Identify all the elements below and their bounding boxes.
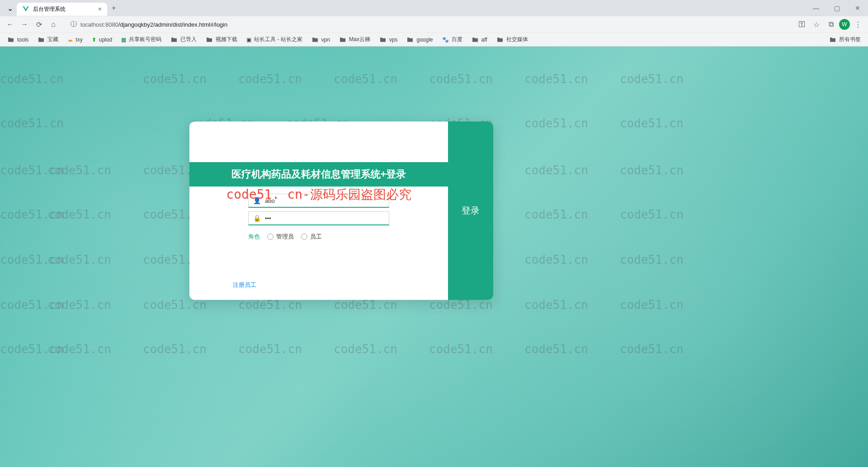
- login-button[interactable]: 登录: [457, 200, 484, 221]
- bookmark-seo-tools[interactable]: ▣站长工具 - 站长之家: [243, 34, 306, 45]
- folder-icon: [38, 36, 45, 43]
- nav-bar: ← → ⟳ ⌂ ⓘ localhost:8080/djangoqkby2/adm…: [0, 16, 868, 33]
- profile-avatar[interactable]: W: [839, 19, 850, 30]
- baidu-icon: 🐾: [442, 37, 449, 43]
- bookmark-vps[interactable]: vps: [376, 34, 401, 45]
- folder-icon: [829, 36, 836, 43]
- folder-icon: [206, 36, 213, 43]
- login-title: 医疗机构药品及耗材信息管理系统+登录: [189, 162, 448, 187]
- doc-icon: ▦: [121, 37, 126, 43]
- all-bookmarks[interactable]: 所有书签: [826, 34, 864, 45]
- vue-favicon-icon: [22, 5, 29, 13]
- bookmark-google[interactable]: google: [403, 34, 436, 45]
- login-button-panel: 登录: [448, 121, 493, 300]
- upload-icon: ⬆: [92, 37, 96, 43]
- menu-icon[interactable]: ⋮: [852, 18, 864, 31]
- minimize-button[interactable]: —: [806, 0, 826, 16]
- role-row: 角色 管理员 员工: [248, 233, 389, 241]
- folder-icon: [311, 36, 319, 43]
- site-info-icon[interactable]: ⓘ: [71, 20, 77, 28]
- role-staff-radio[interactable]: 员工: [301, 233, 322, 241]
- register-link[interactable]: 注册员工: [233, 281, 256, 289]
- browser-chrome: ⌄ 后台管理系统 × + — ▢ ✕ ← → ⟳ ⌂ ⓘ localhost:8…: [0, 0, 868, 47]
- cloud-icon: ☁: [67, 37, 73, 43]
- role-admin-radio[interactable]: 管理员: [267, 233, 294, 241]
- extensions-icon[interactable]: ⧉: [825, 18, 837, 31]
- window-controls: — ▢ ✕: [806, 0, 868, 16]
- bookmark-baidu[interactable]: 🐾百度: [439, 34, 466, 45]
- folder-icon: [339, 36, 346, 43]
- page-content: code51.cn code51.cn code51.cn code51.cn …: [0, 47, 868, 467]
- browser-tab[interactable]: 后台管理系统 ×: [17, 3, 107, 16]
- home-button[interactable]: ⌂: [47, 18, 60, 31]
- close-window-button[interactable]: ✕: [847, 0, 868, 16]
- forward-button[interactable]: →: [18, 18, 31, 31]
- password-input[interactable]: [265, 215, 384, 222]
- role-label: 角色: [248, 233, 260, 241]
- bookmark-shared-pw[interactable]: ▦共享账号密码: [118, 34, 165, 45]
- password-field-wrap[interactable]: 🔒: [248, 211, 389, 225]
- bookmark-aff[interactable]: aff: [468, 34, 491, 45]
- tab-bar: ⌄ 后台管理系统 × + — ▢ ✕: [0, 0, 868, 16]
- login-card: 医疗机构药品及耗材信息管理系统+登录 code51. cn-源码乐园盗图必究 👤…: [189, 121, 493, 300]
- bookmark-treasure[interactable]: 宝藏: [34, 34, 62, 45]
- bookmark-uplod[interactable]: ⬆uplod: [88, 35, 116, 45]
- bookmark-social[interactable]: 社交媒体: [493, 34, 532, 45]
- new-tab-button[interactable]: +: [107, 1, 120, 15]
- maximize-button[interactable]: ▢: [826, 0, 847, 16]
- login-form-panel: 医疗机构药品及耗材信息管理系统+登录 code51. cn-源码乐园盗图必究 👤…: [189, 121, 448, 300]
- url-host: localhost:8080: [80, 21, 118, 28]
- tab-title: 后台管理系统: [33, 5, 66, 13]
- bookmark-imported[interactable]: 已导入: [167, 34, 200, 45]
- radio-icon: [301, 234, 307, 240]
- bookmark-star-icon[interactable]: ☆: [810, 18, 823, 31]
- folder-icon: [379, 36, 387, 43]
- bookmark-txy[interactable]: ☁txy: [64, 35, 86, 45]
- folder-icon: [406, 36, 414, 43]
- folder-icon: [496, 36, 504, 43]
- bookmark-video-dl[interactable]: 视频下载: [202, 34, 241, 45]
- radio-icon: [267, 234, 274, 240]
- lock-icon: 🔒: [253, 215, 261, 222]
- close-icon[interactable]: ×: [98, 5, 102, 13]
- url-path: /djangoqkby2/admin/dist/index.html#/logi…: [118, 21, 227, 28]
- folder-icon: [472, 36, 479, 43]
- back-button[interactable]: ←: [4, 18, 16, 31]
- bookmark-tools[interactable]: tools: [4, 34, 32, 45]
- folder-icon: [7, 36, 14, 43]
- folder-icon: [170, 36, 178, 43]
- reload-button[interactable]: ⟳: [33, 18, 45, 31]
- password-key-icon[interactable]: ⚿: [796, 18, 808, 31]
- tab-dropdown-icon[interactable]: ⌄: [4, 2, 17, 14]
- bookmark-maxyun[interactable]: Max云梯: [335, 34, 374, 45]
- url-bar[interactable]: ⓘ localhost:8080/djangoqkby2/admin/dist/…: [65, 19, 790, 30]
- bookmarks-bar: tools 宝藏 ☁txy ⬆uplod ▦共享账号密码 已导入 视频下载 ▣站…: [0, 33, 868, 46]
- bookmark-vpn[interactable]: vpn: [308, 34, 334, 45]
- watermark-overlay-text: code51. cn-源码乐园盗图必究: [189, 186, 448, 203]
- site-icon: ▣: [246, 37, 251, 43]
